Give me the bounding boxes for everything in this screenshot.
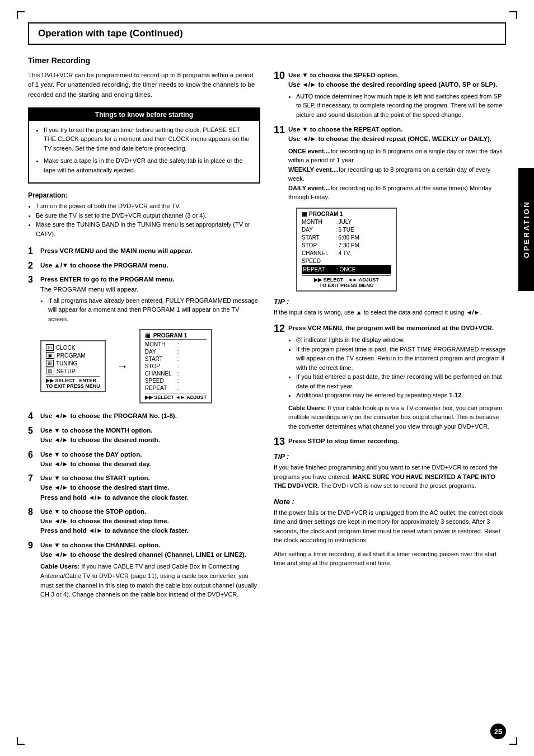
step-12-bullet-1: ⓪ indicator lights in the display window… [296, 335, 506, 345]
step-12-bullet-3: If you had entered a past date, the time… [296, 372, 506, 391]
step-11: 11 Use ▼ to choose the REPEAT option. Us… [274, 125, 506, 202]
page-header: Operation with tape (Continued) [38, 28, 496, 39]
step-5: 5 Use ▼ to choose the MONTH option. Use … [28, 426, 260, 445]
things-to-know-list: If you try to set the program timer befo… [36, 125, 252, 175]
menu-footer-left: ▶▶ SELECT ENTERTO EXIT PRESS MENU [46, 376, 100, 389]
step-4-num: 4 [28, 411, 40, 421]
pd-row: SPEED [302, 257, 391, 265]
step-13: 13 Press STOP to stop timer recording. [274, 436, 506, 447]
pd-value: : JULY [335, 218, 352, 226]
pd-label-repeat: REPEAT [303, 266, 336, 274]
menu-row: STOP : [145, 363, 207, 370]
menu-label: STOP [145, 363, 177, 369]
corner-mark-tr [509, 11, 517, 19]
step-7-num: 7 [28, 473, 40, 483]
step-12-cable: Cable Users: If your cable hookup is via… [288, 403, 506, 431]
tip-2-text: If you have finished programming and you… [274, 463, 506, 491]
pd-label: START [302, 234, 335, 242]
pd-row: DAY : 6 TUE [302, 226, 391, 234]
menu-label: DAY [145, 349, 177, 355]
step-6: 6 Use ▼ to choose the DAY option. Use ◄/… [28, 450, 260, 469]
step-10-num: 10 [274, 71, 288, 81]
step-12-content: Press VCR MENU, the program will be memo… [288, 323, 506, 431]
header-box: Operation with tape (Continued) [28, 22, 506, 45]
step-6-content: Use ▼ to choose the DAY option. Use ◄/► … [40, 450, 260, 469]
menu-box-right: ▣ PROGRAM 1 MONTH : DAY : START : STOP :… [139, 329, 213, 403]
step-1: 1 Press VCR MENU and the MAIN menu will … [28, 246, 260, 256]
list-item: Make sure a tape is in the DVD+VCR and t… [44, 156, 252, 175]
pd-value: : 4 TV [335, 250, 350, 257]
menu-label: REPEAT [145, 385, 177, 391]
pd-label: STOP [302, 242, 335, 250]
step-13-content: Press STOP to stop timer recording. [288, 436, 506, 446]
step-11-once: ONCE event....for recording up to 8 prog… [288, 147, 506, 165]
menu-row: ▣ PROGRAM [46, 351, 100, 359]
step-7-content: Use ▼ to choose the START option. Use ◄/… [40, 473, 260, 503]
step-1-content: Press VCR MENU and the MAIN menu will ap… [40, 246, 260, 256]
prog-icon: ▣ [145, 332, 150, 339]
pd-row: REPEAT : ONCE [302, 265, 391, 274]
page: OPERATION Operation with tape (Continued… [0, 0, 534, 756]
step-6-num: 6 [28, 450, 40, 460]
tip-2: TiP : If you have finished programming a… [274, 452, 506, 491]
note-text-1: If the power fails or the DVD+VCR is unp… [274, 508, 506, 545]
menu-row: ⊞ TUNING [46, 359, 100, 367]
menu-row: CHANNEL : [145, 370, 207, 377]
prog-title: PROGRAM 1 [153, 332, 188, 339]
step-7: 7 Use ▼ to choose the START option. Use … [28, 473, 260, 503]
menu-item-tuning: TUNING [56, 360, 77, 367]
pd-value-repeat: : ONCE [336, 266, 355, 274]
things-to-know-content: If you try to set the program timer befo… [29, 121, 259, 183]
menu-value: : [177, 370, 179, 377]
step-12-num: 12 [274, 323, 288, 334]
step-12: 12 Press VCR MENU, the program will be m… [274, 323, 506, 431]
step-10-content: Use ▼ to choose the SPEED option. Use ◄/… [288, 71, 506, 119]
pd-value: : 6 TUE [335, 226, 354, 234]
prog-disp-title: PROGRAM 1 [309, 211, 343, 217]
prog-disp-icon: ▣ [302, 211, 307, 217]
menu-label: START [145, 356, 177, 362]
pd-label: DAY [302, 226, 335, 234]
step-9-cable: Cable Users: If you have CABLE TV and us… [40, 562, 260, 599]
note-text-2: After setting a timer recording, it will… [274, 550, 506, 568]
operation-tab: OPERATION [518, 168, 534, 291]
main-content: This DVD+VCR can be programmed to record… [28, 71, 506, 604]
menu-row: REPEAT : [145, 384, 207, 392]
intro-text: This DVD+VCR can be programmed to record… [28, 71, 260, 100]
menu-box-left: ⊡ CLOCK ▣ PROGRAM ⊞ TUNING ▤ SETUP [40, 340, 106, 392]
menu-value: : [177, 349, 179, 355]
operation-tab-label: OPERATION [522, 200, 531, 258]
prep-title: Preparation: [28, 191, 260, 199]
corner-mark-br [509, 737, 517, 745]
menu-row: ▤ SETUP [46, 367, 100, 375]
step-8-content: Use ▼ to choose the STOP option. Use ◄/►… [40, 507, 260, 536]
step-3-content: Press ENTER to go to the PROGRAM menu. T… [40, 275, 260, 323]
step-2-content: Use ▲/▼ to choose the PROGRAM menu. [40, 261, 260, 270]
menu-label: CHANNEL [145, 370, 177, 377]
menu-value: : [177, 385, 179, 391]
step-12-bullet-2: If the program preset time is past, the … [296, 345, 506, 373]
menu-diagram: ⊡ CLOCK ▣ PROGRAM ⊞ TUNING ▤ SETUP [40, 329, 260, 403]
menu-item-clock: CLOCK [56, 345, 75, 351]
step-10-bullet: AUTO mode determines how much tape is le… [296, 92, 506, 120]
step-8: 8 Use ▼ to choose the STOP option. Use ◄… [28, 507, 260, 536]
step-4: 4 Use ◄/► to choose the PROGRAM No. (1-8… [28, 411, 260, 421]
menu-label: SPEED [145, 378, 177, 384]
step-9-num: 9 [28, 541, 40, 551]
step-11-num: 11 [274, 125, 288, 135]
menu-item-program: PROGRAM [57, 353, 86, 359]
menu-value: : [177, 356, 179, 362]
menu-row: START : [145, 355, 207, 363]
step-5-num: 5 [28, 426, 40, 436]
program-icon: ▣ [46, 352, 54, 359]
pd-label: MONTH [302, 218, 335, 226]
pd-row: CHANNEL : 4 TV [302, 250, 391, 257]
menu-value: : [177, 341, 179, 348]
page-number: 25 [490, 724, 506, 739]
corner-mark-tl [17, 11, 25, 19]
menu-row: MONTH : [145, 341, 207, 348]
list-item: If you try to set the program timer befo… [44, 125, 252, 153]
tip-1: TiP : If the input data is wrong, use ▲ … [274, 297, 506, 317]
step-3-normal: The PROGRAM menu will appear. [40, 286, 138, 293]
pd-row: STOP : 7:30 PM [302, 242, 391, 250]
